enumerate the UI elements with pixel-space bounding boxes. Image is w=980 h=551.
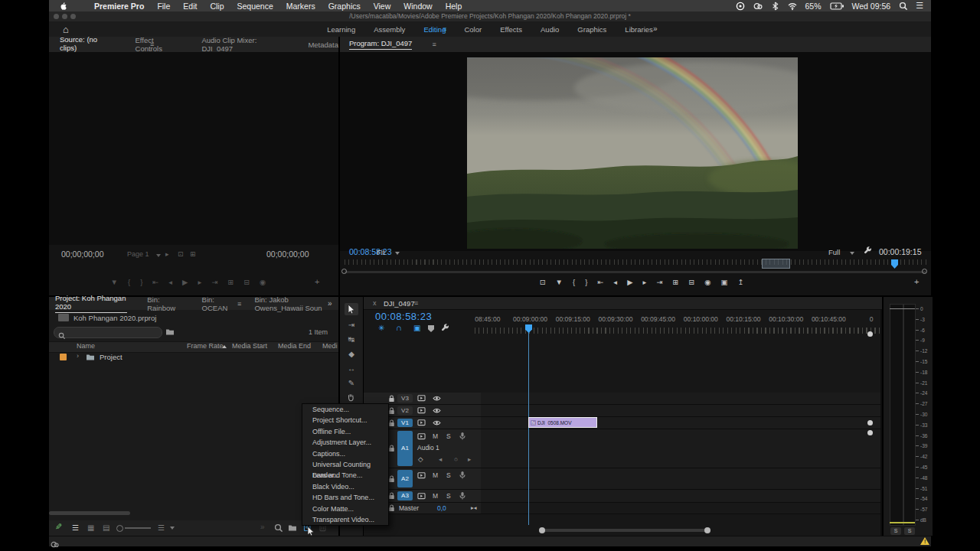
razor-tool-button[interactable]: ◆ [345, 348, 358, 360]
app-menu-item[interactable]: Clip [210, 2, 224, 11]
transport-button[interactable]: } [140, 278, 142, 286]
ripple-edit-tool-button[interactable]: ↹ [345, 334, 358, 345]
workspace-tab[interactable]: Learning [327, 25, 355, 34]
panel-tab[interactable]: Metadata [308, 41, 338, 49]
track-target-button[interactable]: A3 [397, 491, 413, 500]
ruler-scroll-handle[interactable] [867, 331, 873, 337]
battery-icon[interactable] [830, 2, 844, 11]
workspace-tab[interactable]: Color [464, 25, 482, 34]
timeline-settings-wrench-icon[interactable] [441, 324, 449, 332]
apple-menu-icon[interactable] [60, 2, 68, 11]
project-hscrollbar[interactable] [49, 511, 130, 515]
track-lane-a2[interactable] [481, 468, 880, 490]
label-color-chip[interactable] [60, 354, 67, 360]
menu-item[interactable]: Transparent Video... [302, 514, 388, 525]
solo-track-button[interactable]: S [446, 492, 451, 500]
workspace-menu-icon[interactable]: ≡ [443, 25, 446, 33]
sort-options-button[interactable]: ☰ [158, 523, 165, 532]
program-panel-menu-icon[interactable]: ≡ [432, 41, 436, 48]
timeline-zoom-scrollbar[interactable] [541, 529, 707, 532]
lock-icon[interactable] [388, 492, 395, 500]
project-row-name[interactable]: Project [100, 353, 122, 361]
menu-item[interactable]: Project Shortcut... [302, 415, 388, 425]
creative-cloud-sync-icon[interactable] [51, 540, 59, 549]
transport-button[interactable]: ⇥ [656, 278, 662, 286]
workspace-tab[interactable]: Effects [500, 25, 522, 34]
timeline-empty-space[interactable] [364, 334, 880, 393]
previous-keyframe-icon[interactable]: ◂ [439, 455, 442, 463]
transport-button[interactable]: ▸ [198, 278, 201, 286]
track-lane-v3[interactable] [481, 393, 880, 405]
transport-button[interactable]: ⇤ [597, 278, 603, 286]
source-button-editor-plus[interactable]: + [315, 277, 319, 286]
wifi-icon[interactable] [788, 2, 797, 11]
timeline-playhead-line[interactable] [528, 332, 529, 525]
timeline-clip[interactable]: fx DJI_0508.MOV [528, 417, 597, 428]
menu-item[interactable]: HD Bars and Tone... [302, 492, 388, 503]
panel-tab[interactable]: Effect Controls [136, 36, 182, 53]
toggle-track-output-eye-icon[interactable] [433, 407, 441, 414]
transport-button[interactable]: ▶ [627, 278, 632, 286]
lock-icon[interactable] [388, 445, 395, 452]
nest-toggle-icon[interactable]: ✳ [378, 324, 384, 332]
program-fit-dropdown[interactable]: Fit [377, 248, 385, 256]
program-scrub-ruler[interactable] [345, 259, 926, 265]
project-breadcrumb[interactable]: Koh Phangan 2020.prproj [74, 314, 156, 322]
column-header[interactable]: Frame Rate [187, 342, 224, 350]
workspace-tab[interactable]: Audio [541, 25, 559, 34]
snap-toggle-icon[interactable]: ∩ [396, 323, 402, 332]
sync-lock-icon[interactable] [417, 492, 426, 500]
workspace-tab[interactable]: Assembly [374, 25, 405, 34]
disclosure-chevron-icon[interactable]: › [77, 352, 79, 360]
program-settings-wrench-icon[interactable] [864, 246, 872, 255]
transport-button[interactable]: ▸ [642, 278, 646, 286]
project-writable-icon[interactable]: ✎ [55, 522, 62, 532]
panel-tab[interactable]: Bin: OCEAN [202, 295, 235, 312]
menu-item[interactable]: Color Matte... [302, 504, 388, 514]
project-row[interactable]: › Project [49, 351, 338, 363]
mute-track-button[interactable]: M [433, 471, 438, 479]
app-menu-item[interactable]: File [157, 2, 170, 11]
list-view-button[interactable]: ☰ [72, 523, 79, 532]
menu-item[interactable]: Black Video... [302, 481, 388, 492]
zoom-scrollbar-left-handle[interactable] [539, 527, 545, 533]
voiceover-record-mic-icon[interactable] [459, 432, 466, 440]
panel-tab[interactable]: Audio Clip Mixer: DJI_0497 [201, 36, 288, 53]
master-track-label[interactable]: Master [399, 504, 419, 512]
playback-resolution-dropdown[interactable]: Full [828, 248, 840, 256]
program-timecode[interactable]: 00:08:58:23 [349, 247, 391, 256]
app-menu-item[interactable]: Graphics [328, 2, 361, 11]
search-bin-button[interactable] [165, 328, 174, 336]
new-bin-button[interactable] [288, 523, 297, 532]
voiceover-record-mic-icon[interactable] [459, 491, 466, 500]
app-menu-item[interactable]: Edit [183, 2, 197, 11]
voiceover-record-mic-icon[interactable] [459, 471, 466, 479]
track-lane-v2[interactable] [481, 405, 880, 417]
vscroll-bottom-handle[interactable] [867, 430, 873, 435]
close-window-button[interactable] [54, 14, 59, 19]
home-icon[interactable]: ⌂ [63, 24, 69, 35]
panel-tab[interactable]: Source: (no clips) [60, 35, 116, 54]
transport-button[interactable]: ▼ [111, 278, 118, 286]
keyframe-dot-icon[interactable]: ○ [454, 455, 458, 463]
app-menu-item[interactable]: View [374, 2, 391, 11]
transport-button[interactable]: ⊞ [227, 278, 234, 286]
audio-track-name[interactable]: Audio 1 [417, 444, 439, 452]
timeline-panel-menu-icon[interactable]: ≡ [414, 299, 418, 307]
track-lane-a3[interactable] [481, 490, 880, 503]
app-menu-item[interactable]: Help [446, 2, 462, 11]
sequence-tab[interactable]: DJI_0497 [384, 299, 415, 308]
zoom-slider-track[interactable] [125, 527, 151, 529]
track-select-tool-button[interactable]: ⇥ [345, 319, 358, 331]
sync-lock-icon[interactable] [417, 432, 426, 440]
next-keyframe-icon[interactable]: ▸ [468, 455, 471, 463]
master-gain-value[interactable]: 0,0 [437, 504, 446, 512]
solo-right-button[interactable]: S [904, 527, 915, 535]
app-menu-item[interactable]: Sequence [237, 2, 273, 11]
workspace-tab[interactable]: Libraries [625, 25, 652, 34]
track-target-button[interactable]: A2 [397, 470, 413, 487]
transport-button[interactable]: ▶ [182, 278, 188, 286]
transport-button[interactable]: ▣ [720, 278, 727, 286]
solo-left-button[interactable]: S [890, 527, 901, 535]
creative-cloud-icon[interactable] [753, 2, 763, 11]
